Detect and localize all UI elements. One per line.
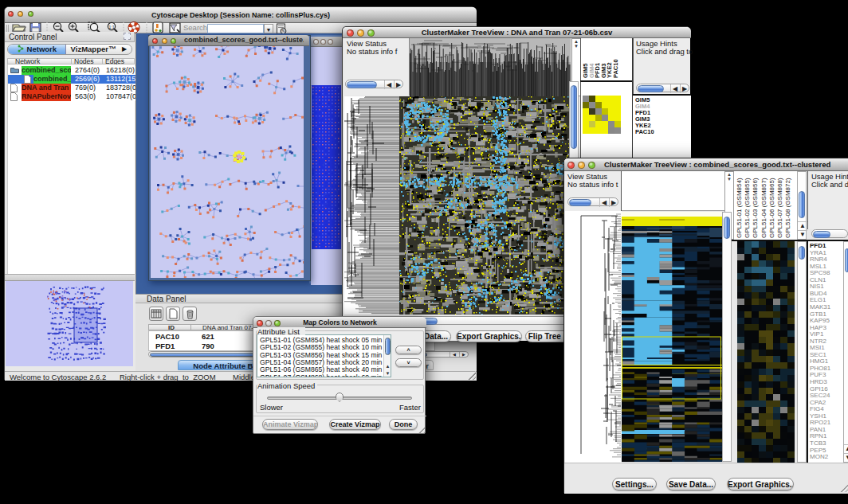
svg-text:Search:: Search:	[183, 23, 210, 32]
svg-text:1:1: 1:1	[109, 25, 115, 29]
